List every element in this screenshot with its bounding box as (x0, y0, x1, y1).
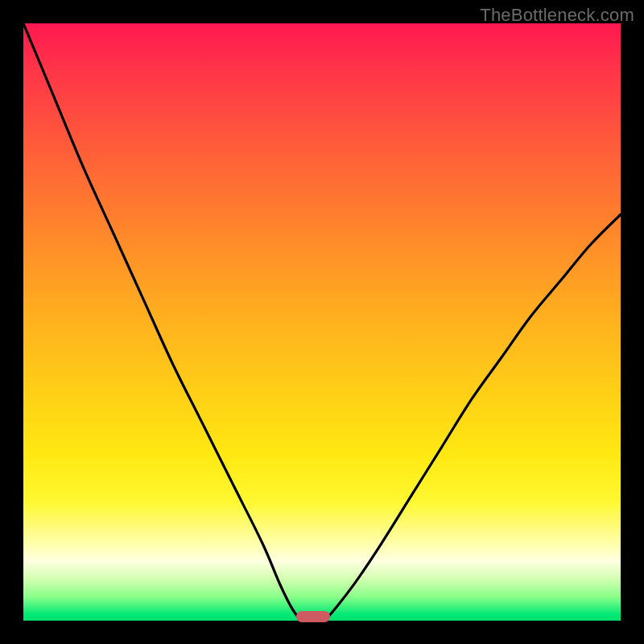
watermark-text: TheBottleneck.com (480, 5, 634, 26)
bottleneck-curve (23, 23, 621, 621)
chart-plot-area (23, 23, 621, 621)
curve-right-branch (325, 214, 621, 621)
curve-left-branch (23, 23, 301, 621)
optimal-marker (296, 611, 330, 622)
